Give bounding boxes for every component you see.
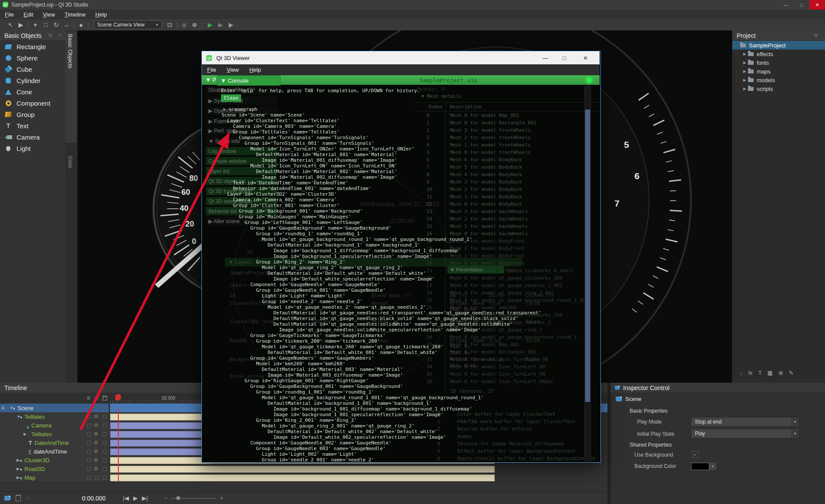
project-folder-maps[interactable]: ▶maps: [732, 67, 825, 76]
rotate-tool-icon[interactable]: ↻: [51, 21, 61, 28]
play-icon[interactable]: ▶: [133, 495, 138, 501]
basic-object-sphere[interactable]: Sphere: [0, 52, 65, 63]
eye-icon[interactable]: ⊙: [94, 457, 98, 463]
toolbar-handle[interactable]: ⋮: [0, 22, 5, 28]
console-tab[interactable]: ▼ Console: [217, 75, 281, 86]
tab-slide[interactable]: Slide: [67, 156, 74, 168]
basic-object-cone[interactable]: Cone: [0, 86, 65, 97]
lock-toggle[interactable]: [103, 432, 107, 436]
share-icon[interactable]: ∴: [26, 495, 30, 501]
timeline-track-lane[interactable]: [109, 464, 607, 474]
basic-object-cylinder[interactable]: Cylinder: [0, 75, 65, 86]
shy-toggle[interactable]: [87, 415, 91, 419]
viewer-menu-file[interactable]: File: [202, 67, 221, 73]
float-panel-icon[interactable]: ⧉: [814, 33, 818, 38]
shy-toggle[interactable]: [87, 424, 91, 427]
edit-icon[interactable]: ✎: [789, 370, 794, 376]
eye-icon[interactable]: ⊙: [94, 466, 98, 471]
shy-toggle[interactable]: [87, 450, 91, 454]
play-mode-select[interactable]: Stop at end▼: [691, 417, 799, 427]
scale-tool-icon[interactable]: □: [40, 21, 51, 28]
lock-toggle[interactable]: [103, 424, 107, 427]
playhead-pin[interactable]: [115, 394, 121, 401]
playhead-line[interactable]: [118, 409, 119, 482]
lock-toggle[interactable]: [103, 476, 107, 480]
camera-view-select[interactable]: Scene Camera View▼: [94, 20, 162, 29]
viewer-menu-help[interactable]: Help: [244, 67, 266, 73]
eye-icon[interactable]: ⊙: [94, 440, 98, 445]
lock-toggle[interactable]: [103, 467, 107, 471]
console-output[interactable]: Scene id='Scene' name='Scene' Layer id='…: [221, 112, 541, 461]
basic-object-rectangle[interactable]: Rectangle: [0, 41, 65, 52]
close-panel-icon[interactable]: ✕: [58, 33, 62, 38]
expand-caret-icon[interactable]: ▶: [732, 52, 746, 56]
import-icon[interactable]: ↓: [740, 370, 743, 376]
shading-mode-icon[interactable]: ◉: [179, 21, 189, 28]
lock-column-icon[interactable]: [103, 396, 107, 401]
lock-toggle[interactable]: [103, 441, 107, 445]
console-clean-button[interactable]: Clean: [221, 94, 241, 102]
project-folder-fonts[interactable]: ▶fonts: [732, 58, 825, 67]
basic-object-camera[interactable]: Camera: [0, 131, 65, 143]
viewer-close-button[interactable]: ✕: [583, 55, 588, 61]
menu-view[interactable]: View: [38, 11, 60, 18]
inspector-object-row[interactable]: Scene: [616, 396, 641, 402]
fast-forward-button[interactable]: ▶: [226, 21, 236, 28]
lock-toggle[interactable]: [103, 458, 107, 462]
timeline-track-bar[interactable]: [110, 474, 495, 481]
viewer-minimize-button[interactable]: —: [543, 55, 548, 61]
select-tool-icon[interactable]: ↖: [5, 21, 16, 28]
basic-object-text[interactable]: TText: [0, 120, 65, 131]
basic-object-cube[interactable]: Cube: [0, 63, 65, 75]
lock-toggle[interactable]: [103, 415, 107, 419]
menu-timeline[interactable]: Timeline: [60, 11, 91, 18]
translate-tool-icon[interactable]: ↔: [61, 21, 72, 28]
background-color-dropdown[interactable]: ▼: [709, 463, 716, 470]
project-root-item[interactable]: SampleProject: [732, 41, 825, 50]
project-folder-effects[interactable]: ▶effects: [732, 50, 825, 58]
menu-edit[interactable]: Edit: [19, 11, 38, 18]
zoom-out-icon[interactable]: −: [164, 495, 168, 501]
viewer-maximize-button[interactable]: □: [563, 55, 566, 61]
timeline-track-bar[interactable]: [110, 466, 495, 473]
move-tool-icon[interactable]: +: [30, 21, 40, 28]
shy-toggle[interactable]: [87, 441, 91, 445]
viewer-menu-view[interactable]: View: [221, 67, 244, 73]
visibility-toggle[interactable]: [95, 476, 99, 480]
float-panel-icon[interactable]: ⧉: [49, 33, 52, 38]
basic-object-light[interactable]: Light: [0, 143, 65, 154]
console-scrollbar[interactable]: [584, 86, 591, 461]
background-color-swatch[interactable]: [691, 463, 709, 470]
minimize-button[interactable]: —: [778, 0, 794, 10]
shy-toggle[interactable]: [87, 476, 91, 480]
lock-toggle[interactable]: [103, 450, 107, 454]
expand-caret-icon[interactable]: ▶: [732, 60, 746, 65]
shy-toggle[interactable]: [87, 432, 91, 436]
add-layer-icon[interactable]: [4, 496, 10, 501]
shy-column-icon[interactable]: ⊘: [87, 395, 91, 401]
eye-icon[interactable]: ⊙: [94, 422, 98, 428]
go-to-end-icon[interactable]: ▶|: [142, 495, 148, 501]
eye-icon[interactable]: ⊙: [94, 414, 98, 419]
project-folder-scripts[interactable]: ▶scripts: [732, 84, 825, 93]
maximize-button[interactable]: □: [794, 0, 809, 10]
shy-toggle[interactable]: [87, 467, 91, 471]
visibility-column-icon[interactable]: ⊙: [94, 395, 98, 401]
group-select-tool-icon[interactable]: ▶: [16, 21, 26, 28]
close-button[interactable]: ✕: [809, 0, 825, 10]
project-folder-models[interactable]: ▶models: [732, 76, 825, 84]
use-background-checkbox[interactable]: ✓: [692, 451, 699, 458]
expand-caret-icon[interactable]: ▶: [23, 432, 29, 436]
eye-icon[interactable]: ⊙: [94, 448, 98, 454]
timeline-track-lane[interactable]: [109, 473, 607, 482]
expand-caret-icon[interactable]: ▶: [732, 87, 746, 91]
text-asset-icon[interactable]: T: [758, 370, 762, 376]
local-global-icon[interactable]: ◆: [76, 23, 86, 27]
eye-icon[interactable]: ⊙: [94, 431, 98, 437]
tab-basic-objects[interactable]: Basic Objects: [67, 34, 74, 68]
web-asset-icon[interactable]: ⊕: [778, 370, 783, 376]
menu-file[interactable]: File: [0, 11, 19, 18]
fit-selected-icon[interactable]: ⊡: [164, 21, 175, 28]
delete-icon[interactable]: [16, 495, 21, 501]
initial-play-state-select[interactable]: Play▼: [691, 429, 799, 438]
